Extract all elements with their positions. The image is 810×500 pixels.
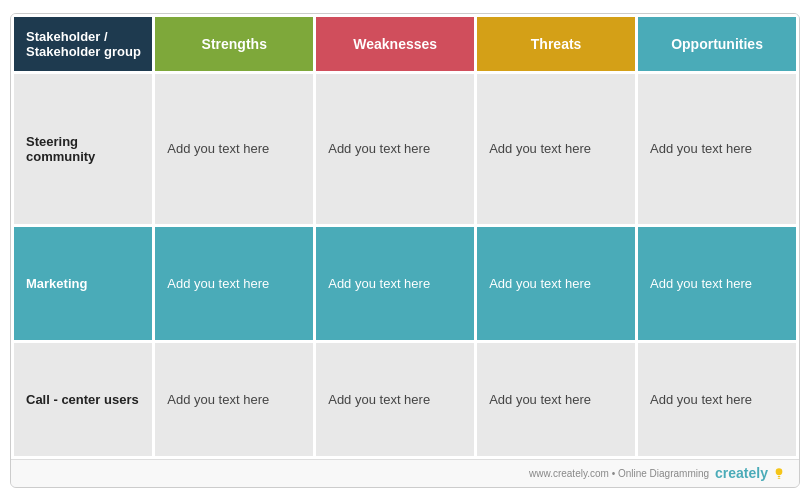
- table-row: Marketing Add you text here Add you text…: [13, 225, 798, 341]
- header-weaknesses: Weaknesses: [315, 15, 476, 72]
- svg-rect-1: [778, 476, 781, 477]
- row2-stakeholder: Marketing: [13, 225, 154, 341]
- header-stakeholder: Stakeholder / Stakeholder group: [13, 15, 154, 72]
- svg-rect-2: [778, 478, 781, 479]
- table-body: Steering community Add you text here Add…: [13, 72, 798, 457]
- header-strengths: Strengths: [154, 15, 315, 72]
- bulb-icon: [771, 465, 787, 481]
- stakeholder-table: Stakeholder / Stakeholder group Strength…: [11, 14, 799, 459]
- row1-weaknesses[interactable]: Add you text here: [315, 72, 476, 225]
- row3-stakeholder: Call - center users: [13, 341, 154, 457]
- row2-threats[interactable]: Add you text here: [476, 225, 637, 341]
- row3-strengths[interactable]: Add you text here: [154, 341, 315, 457]
- creately-logo: creately: [715, 465, 787, 481]
- row1-threats[interactable]: Add you text here: [476, 72, 637, 225]
- row2-strengths[interactable]: Add you text here: [154, 225, 315, 341]
- footer-url: www.creately.com • Online Diagramming: [529, 468, 709, 479]
- row1-stakeholder: Steering community: [13, 72, 154, 225]
- header-opportunities: Opportunities: [637, 15, 798, 72]
- creately-brand-text: creately: [715, 465, 768, 481]
- main-container: Stakeholder / Stakeholder group Strength…: [10, 13, 800, 488]
- svg-point-0: [776, 468, 783, 475]
- row3-opps[interactable]: Add you text here: [637, 341, 798, 457]
- table-wrapper: Stakeholder / Stakeholder group Strength…: [11, 14, 799, 459]
- row2-weaknesses[interactable]: Add you text here: [315, 225, 476, 341]
- table-row: Call - center users Add you text here Ad…: [13, 341, 798, 457]
- row3-weaknesses[interactable]: Add you text here: [315, 341, 476, 457]
- row1-strengths[interactable]: Add you text here: [154, 72, 315, 225]
- row1-opps[interactable]: Add you text here: [637, 72, 798, 225]
- table-header: Stakeholder / Stakeholder group Strength…: [13, 15, 798, 72]
- footer-bar: www.creately.com • Online Diagramming cr…: [11, 459, 799, 487]
- row2-opps[interactable]: Add you text here: [637, 225, 798, 341]
- row3-threats[interactable]: Add you text here: [476, 341, 637, 457]
- table-row: Steering community Add you text here Add…: [13, 72, 798, 225]
- header-threats: Threats: [476, 15, 637, 72]
